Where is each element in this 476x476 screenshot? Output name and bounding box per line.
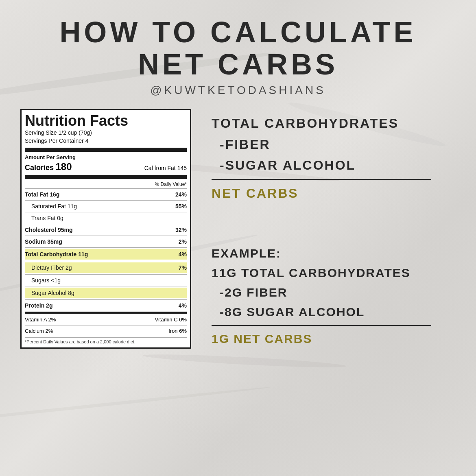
total-carb-highlight: Total Carbohydrate 11g 4% [25,249,187,260]
row-pct: 7% [179,264,187,271]
thick-divider-2 [25,175,187,179]
row-label: Total Carbohydrate 11g [25,251,88,258]
formula-divider [212,179,431,180]
row-pct: 32% [175,227,187,233]
row-pct: 24% [175,191,187,198]
divider [25,236,187,236]
vitamin-c: Vitamin C 0% [155,317,187,323]
row-label: Sugars <1g [31,277,61,284]
formula-line-2: -FIBER [212,134,456,155]
thick-divider-1 [25,148,187,152]
amount-per-serving: Amount Per Serving [25,154,187,160]
calcium: Calcium 2% [25,328,53,334]
divider [25,274,187,275]
row-label: Sodium 35mg [25,238,62,245]
row-label: Protein 2g [25,302,52,309]
formula-line-3: -SUGAR ALCOHOL [212,155,456,176]
divider [25,200,187,201]
example-line-1: 11G TOTAL CARBOHYDRATES [212,263,456,283]
servings-per-container: Servings Per Container 4 [25,137,187,145]
calories-value: 180 [56,161,72,172]
serving-size: Serving Size 1/2 cup (70g) [25,129,187,137]
table-row: Sugars <1g [25,276,187,285]
vitamins-row-1: Vitamin A 2% Vitamin C 0% [25,315,187,324]
row-label: Cholesterol 95mg [25,227,72,233]
example-line-4: 1G NET CARBS [212,329,456,349]
nutrition-facts-title: Nutrition Facts [25,114,187,128]
row-label: Dietary Fiber 2g [31,264,72,271]
divider [25,325,187,325]
formula-line-1: TOTAL CARBOHYDRATES [212,113,456,134]
table-row: Cholesterol 95mg 32% [25,225,187,234]
table-row: Saturated Fat 11g 55% [25,202,187,211]
subtitle: @KUWTKETODASHIANS [20,84,456,97]
row-label: Saturated Fat 11g [31,203,77,210]
divider [25,261,187,261]
calories-row: Calories 180 Cal from Fat 145 [25,161,187,172]
table-row: Sodium 35mg 2% [25,237,187,246]
example-section: EXAMPLE: 11G TOTAL CARBOHYDRATES -2G FIB… [212,244,456,349]
content-wrapper: HOW TO CALCULATE NET CARBS @KUWTKETODASH… [0,0,476,476]
table-row: Dietary Fiber 2g 7% [25,263,187,272]
divider [25,299,187,300]
table-row: Total Carbohydrate 11g 4% [25,250,187,259]
row-pct: 2% [179,238,187,245]
main-content: Nutrition Facts Serving Size 1/2 cup (70… [20,109,456,348]
iron: Iron 6% [168,328,187,334]
divider [25,286,187,286]
header: HOW TO CALCULATE NET CARBS @KUWTKETODASH… [20,16,456,97]
vitamins-row-2: Calcium 2% Iron 6% [25,327,187,335]
row-pct: 4% [179,302,187,309]
table-row: Total Fat 16g 24% [25,190,187,199]
example-line-2: -2G FIBER [212,283,456,302]
thick-divider-3 [25,312,187,314]
divider [25,188,187,189]
divider [25,212,187,212]
main-title: HOW TO CALCULATE NET CARBS [20,16,456,81]
disclaimer: *Percent Daily Values are based on a 2,0… [25,337,187,344]
example-title: EXAMPLE: [212,244,456,263]
divider [25,224,187,224]
table-row: Trans Fat 0g [25,214,187,223]
row-label: Trans Fat 0g [31,215,63,221]
vitamin-a: Vitamin A 2% [25,317,56,323]
example-line-3: -8G SUGAR ALCOHOL [212,302,456,322]
table-row: Protein 2g 4% [25,301,187,310]
row-pct: 4% [179,251,187,258]
daily-value-header: % Daily Value* [25,181,187,187]
formula-section: TOTAL CARBOHYDRATES -FIBER -SUGAR ALCOHO… [212,113,456,204]
row-pct: 55% [175,203,187,210]
formula-line-4: NET CARBS [212,183,456,204]
sugar-alcohol-highlight: Sugar Alcohol 8g [25,288,187,298]
example-divider [212,325,431,326]
dietary-fiber-highlight: Dietary Fiber 2g 7% [25,262,187,273]
cal-from-fat: Cal from Fat 145 [144,165,187,171]
row-label: Sugar Alcohol 8g [31,290,74,296]
divider [25,247,187,248]
row-label: Total Fat 16g [25,191,59,198]
nutrition-facts-panel: Nutrition Facts Serving Size 1/2 cup (70… [20,109,191,348]
right-content: TOTAL CARBOHYDRATES -FIBER -SUGAR ALCOHO… [212,109,456,348]
table-row: Sugar Alcohol 8g [25,288,187,297]
calories-label: Calories [25,164,54,172]
